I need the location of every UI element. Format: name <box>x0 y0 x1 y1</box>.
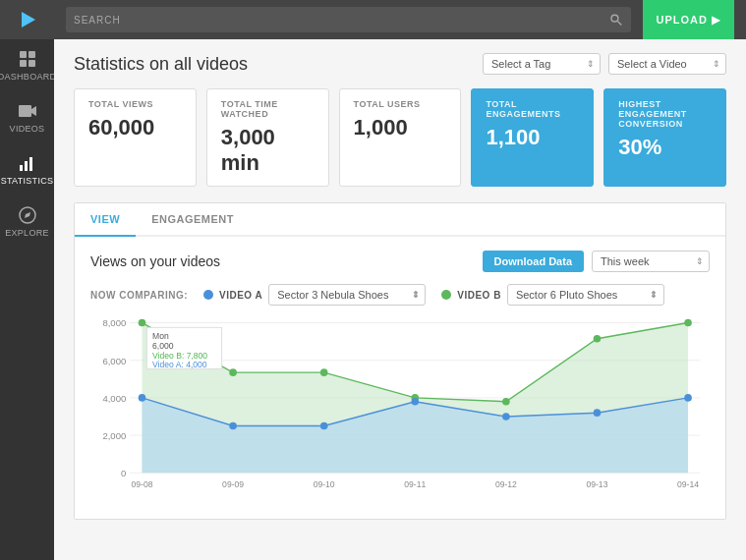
chart-area: 8,000 6,000 4,000 2,000 0 09-08 09- <box>90 313 710 505</box>
svg-text:6,000: 6,000 <box>102 356 126 366</box>
video-a-point <box>502 413 510 420</box>
video-dropdown[interactable]: Select a Video <box>608 53 726 75</box>
tabs: VIEW ENGAGEMENT <box>75 203 725 237</box>
stat-card-total-engagements: TOTAL ENGAGEMENTS 1,100 <box>471 88 594 187</box>
video-a-point <box>684 394 692 402</box>
chart-container: VIEW ENGAGEMENT Views on your videos Dow… <box>74 202 726 520</box>
tab-engagement[interactable]: ENGAGEMENT <box>136 203 250 237</box>
svg-marker-11 <box>25 212 30 218</box>
svg-text:09-08: 09-08 <box>132 479 153 489</box>
chart-controls: Download Data This week <box>483 251 710 272</box>
tag-dropdown-wrapper: Select a Tag <box>483 53 601 75</box>
sidebar-item-explore[interactable]: EXPLORE <box>0 196 54 248</box>
svg-text:09-14: 09-14 <box>677 479 699 489</box>
svg-text:0: 0 <box>121 468 126 478</box>
sidebar: DASHBOARD VIDEOS STATISTICS EXPLORE <box>0 0 54 560</box>
video-a-dropdown[interactable]: Sector 3 Nebula Shoes <box>268 284 426 306</box>
video-a-point <box>320 422 328 430</box>
tooltip-date: Mon <box>152 331 169 341</box>
search-icon <box>609 13 623 27</box>
sidebar-item-dashboard[interactable]: DASHBOARD <box>0 39 54 91</box>
video-b-dropdown[interactable]: Sector 6 Pluto Shoes <box>507 284 664 306</box>
stat-label: HIGHEST ENGAGEMENT CONVERSION <box>618 99 712 129</box>
svg-rect-1 <box>20 51 27 58</box>
period-dropdown[interactable]: This week <box>592 251 710 272</box>
sidebar-item-videos[interactable]: VIDEOS <box>0 91 54 143</box>
tag-dropdown[interactable]: Select a Tag <box>483 53 601 75</box>
video-a-point <box>139 394 146 402</box>
sidebar-logo[interactable] <box>0 0 54 39</box>
stat-card-total-views: TOTAL VIEWS 60,000 <box>74 88 197 187</box>
video-a-point <box>411 398 419 406</box>
svg-line-13 <box>617 21 621 25</box>
stat-label: TOTAL USERS <box>354 99 447 109</box>
svg-text:09-11: 09-11 <box>404 479 426 489</box>
stat-label: TOTAL TIME WATCHED <box>221 99 315 119</box>
svg-text:09-13: 09-13 <box>586 479 607 489</box>
sidebar-item-label: EXPLORE <box>5 228 49 238</box>
sidebar-item-label: STATISTICS <box>1 176 54 186</box>
video-a-dot <box>203 290 213 300</box>
search-box <box>66 7 631 32</box>
header-dropdowns: Select a Tag Select a Video <box>483 53 726 75</box>
tooltip-value: 6,000 <box>152 341 174 351</box>
stat-label: TOTAL ENGAGEMENTS <box>486 99 579 119</box>
period-dropdown-wrapper: This week <box>592 251 710 272</box>
chart-header: Views on your videos Download Data This … <box>90 251 710 272</box>
svg-marker-6 <box>31 106 36 116</box>
stat-value: 1,000 <box>354 115 447 140</box>
svg-text:09-09: 09-09 <box>222 479 244 489</box>
video-a-point <box>229 422 237 430</box>
chart-title: Views on your videos <box>90 253 220 269</box>
content-header: Statistics on all videos Select a Tag Se… <box>74 53 726 75</box>
comparing-label: NOW COMPARING: <box>90 290 188 301</box>
svg-text:09-10: 09-10 <box>314 479 335 489</box>
stat-value: 3,000 min <box>221 125 315 176</box>
video-b-point <box>502 398 510 406</box>
stat-card-highest-engagement: HIGHEST ENGAGEMENT CONVERSION 30% <box>603 88 726 187</box>
topbar: UPLOAD ▶ <box>54 0 746 39</box>
svg-text:8,000: 8,000 <box>102 317 126 328</box>
stat-card-total-time: TOTAL TIME WATCHED 3,000 min <box>206 88 329 187</box>
tooltip-video-a: Video A: 4,000 <box>152 360 207 369</box>
download-data-button[interactable]: Download Data <box>483 251 584 272</box>
video-b-label: VIDEO B <box>457 290 501 301</box>
video-b-point <box>229 368 237 376</box>
video-a-compare: VIDEO A Sector 3 Nebula Shoes <box>203 284 426 306</box>
svg-point-12 <box>611 15 618 22</box>
video-b-point <box>139 319 146 327</box>
video-b-point <box>594 335 602 343</box>
svg-rect-2 <box>29 51 35 58</box>
svg-text:4,000: 4,000 <box>102 393 126 404</box>
video-a-point <box>594 409 602 417</box>
sidebar-item-statistics[interactable]: STATISTICS <box>0 143 54 196</box>
video-a-dropdown-wrapper: Sector 3 Nebula Shoes <box>268 284 426 306</box>
tooltip-video-b: Video B: 7,800 <box>152 351 207 361</box>
content-area: Statistics on all videos Select a Tag Se… <box>54 39 746 560</box>
svg-marker-0 <box>22 12 35 28</box>
video-dropdown-wrapper: Select a Video <box>608 53 726 75</box>
video-b-point <box>320 368 328 376</box>
chart-section: Views on your videos Download Data This … <box>75 237 725 519</box>
svg-rect-8 <box>25 161 28 171</box>
stat-value: 1,100 <box>486 125 579 150</box>
svg-rect-3 <box>20 60 27 67</box>
sidebar-item-label: DASHBOARD <box>0 72 56 82</box>
svg-rect-7 <box>20 165 23 171</box>
svg-rect-5 <box>19 105 31 117</box>
search-input[interactable] <box>74 14 609 26</box>
svg-rect-9 <box>29 157 32 171</box>
video-b-compare: VIDEO B Sector 6 Pluto Shoes <box>441 284 664 306</box>
video-b-point <box>684 319 692 327</box>
video-a-label: VIDEO A <box>219 290 262 301</box>
page-title: Statistics on all videos <box>74 54 248 75</box>
upload-arrow-icon: ▶ <box>712 14 720 27</box>
svg-text:09-12: 09-12 <box>495 479 517 489</box>
tab-view[interactable]: VIEW <box>75 203 136 237</box>
stat-value: 60,000 <box>88 115 182 140</box>
svg-rect-4 <box>29 60 35 67</box>
stats-row: TOTAL VIEWS 60,000 TOTAL TIME WATCHED 3,… <box>74 88 726 187</box>
stat-value: 30% <box>618 135 712 160</box>
upload-button[interactable]: UPLOAD ▶ <box>643 0 734 39</box>
line-chart: 8,000 6,000 4,000 2,000 0 09-08 09- <box>90 313 710 501</box>
